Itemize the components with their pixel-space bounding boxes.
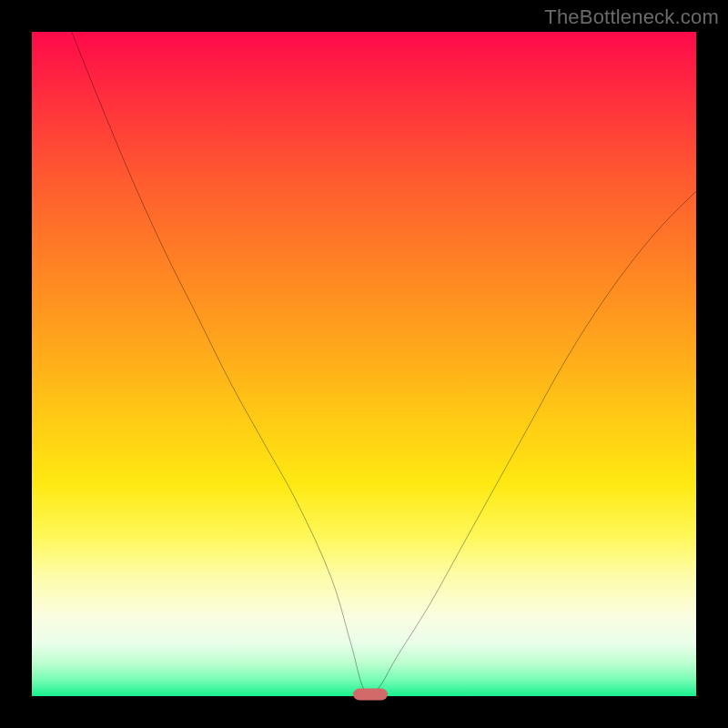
attribution-text: TheBottleneck.com [544,5,719,29]
plot-area [32,32,696,696]
bottleneck-curve [32,32,696,696]
optimal-point-marker [353,688,388,700]
chart-frame: TheBottleneck.com [0,0,728,728]
